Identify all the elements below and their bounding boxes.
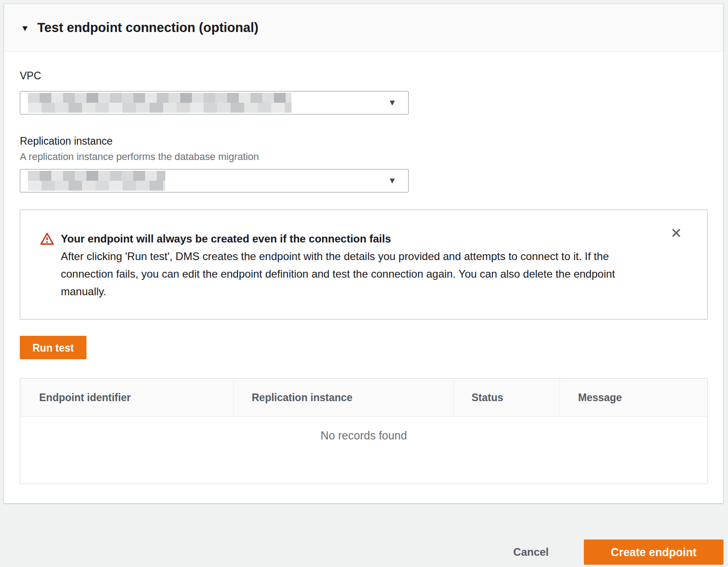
replication-instance-select[interactable]: ▼ xyxy=(20,169,409,192)
vpc-label: VPC xyxy=(20,70,708,82)
vpc-redacted-value xyxy=(28,93,291,113)
replication-instance-redacted-value xyxy=(28,171,165,191)
test-endpoint-connection-panel: ▼ Test endpoint connection (optional) VP… xyxy=(4,4,723,503)
warning-alert: Your endpoint will always be created eve… xyxy=(20,210,708,320)
test-results-table: Endpoint identifier Replication instance… xyxy=(20,378,708,484)
section-title: Test endpoint connection (optional) xyxy=(37,20,259,35)
table-empty-state: No records found xyxy=(20,417,707,484)
chevron-down-icon: ▼ xyxy=(388,176,396,185)
column-header-endpoint-identifier: Endpoint identifier xyxy=(20,379,233,416)
collapse-caret-icon[interactable]: ▼ xyxy=(21,24,29,32)
replication-instance-description: A replication instance performs the data… xyxy=(20,151,708,163)
replication-instance-label: Replication instance xyxy=(20,135,708,147)
section-content: VPC ▼ Replication instance A replication… xyxy=(4,52,723,503)
close-icon[interactable]: ✕ xyxy=(670,226,682,240)
column-header-status: Status xyxy=(453,379,560,416)
no-records-message: No records found xyxy=(321,429,407,442)
run-test-button[interactable]: Run test xyxy=(20,336,86,359)
column-header-message: Message xyxy=(560,379,707,416)
chevron-down-icon: ▼ xyxy=(388,98,396,107)
vpc-select[interactable]: ▼ xyxy=(20,91,409,114)
warning-alert-body: After clicking 'Run test', DMS creates t… xyxy=(61,247,643,300)
section-header[interactable]: ▼ Test endpoint connection (optional) xyxy=(4,4,723,52)
create-endpoint-button[interactable]: Create endpoint xyxy=(584,540,723,565)
warning-alert-title: Your endpoint will always be created eve… xyxy=(61,230,643,247)
replication-instance-field-group: Replication instance A replication insta… xyxy=(20,135,708,192)
table-header-row: Endpoint identifier Replication instance… xyxy=(20,379,707,417)
cancel-button[interactable]: Cancel xyxy=(504,541,558,563)
form-action-footer: Cancel Create endpoint xyxy=(0,503,728,565)
warning-triangle-icon xyxy=(40,230,61,300)
vpc-field-group: VPC ▼ xyxy=(20,70,708,114)
column-header-replication-instance: Replication instance xyxy=(233,379,453,416)
warning-alert-text: Your endpoint will always be created eve… xyxy=(61,230,643,300)
